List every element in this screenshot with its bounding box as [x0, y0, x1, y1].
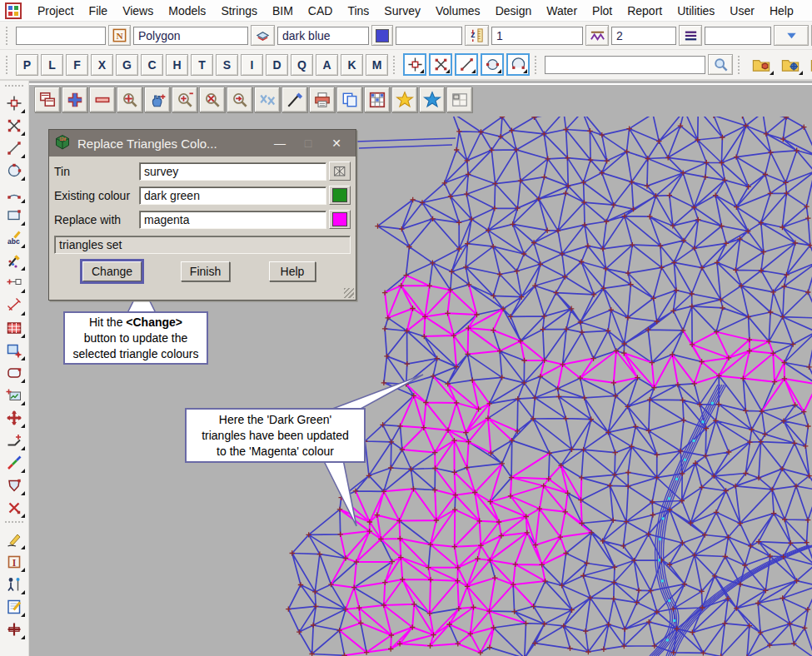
mode-button-q[interactable]: Q: [291, 54, 313, 76]
move-button[interactable]: [3, 407, 26, 429]
folder-model-button[interactable]: [748, 53, 775, 76]
mode-button-d[interactable]: D: [266, 54, 288, 76]
tin-input[interactable]: [139, 162, 326, 181]
change-button[interactable]: Change: [82, 261, 142, 281]
draw-rect-button[interactable]: [3, 205, 26, 226]
tin-select-button[interactable]: [329, 162, 351, 181]
snap-arc-button[interactable]: [506, 53, 530, 76]
weight-button[interactable]: [585, 25, 609, 46]
grid-button[interactable]: [364, 87, 390, 112]
zoom-in-button[interactable]: [62, 87, 87, 112]
redraw-brush-button[interactable]: [281, 87, 307, 112]
pan-button[interactable]: [144, 87, 170, 112]
snap-line-button[interactable]: [455, 53, 478, 76]
minimize-button[interactable]: —: [266, 132, 294, 154]
search-button[interactable]: [708, 54, 733, 75]
mode-button-s[interactable]: S: [216, 54, 238, 76]
menu-water[interactable]: Water: [539, 2, 585, 20]
label-button[interactable]: [3, 272, 26, 294]
menu-utilities[interactable]: Utilities: [670, 2, 722, 20]
survey-button[interactable]: [3, 574, 26, 595]
mode-button-i[interactable]: I: [241, 54, 263, 76]
finish-button[interactable]: Finish: [181, 261, 230, 281]
mode-button-f[interactable]: F: [66, 54, 88, 76]
snap-cross-button[interactable]: [429, 53, 452, 76]
plot-button[interactable]: [309, 87, 335, 112]
snap-circle-button[interactable]: [481, 53, 504, 76]
search-input[interactable]: [545, 56, 705, 74]
mode-button-m[interactable]: M: [366, 54, 388, 76]
folder-plus-button[interactable]: [806, 53, 812, 76]
menu-bim[interactable]: BIM: [265, 2, 301, 20]
close-button[interactable]: ✕: [322, 132, 351, 154]
mode-button-l[interactable]: L: [41, 54, 63, 76]
mode-button-t[interactable]: T: [191, 54, 213, 76]
menu-help[interactable]: Help: [762, 2, 801, 20]
string-colors-button[interactable]: [3, 452, 26, 474]
menu-survey[interactable]: Survey: [376, 2, 428, 20]
toggle-snap-button[interactable]: [254, 87, 280, 112]
menu-file[interactable]: File: [82, 2, 116, 20]
zoom-out-button[interactable]: [89, 87, 115, 112]
mode-button-a[interactable]: A: [316, 54, 338, 76]
mode-button-k[interactable]: K: [341, 54, 363, 76]
mode-button-x[interactable]: X: [91, 54, 113, 76]
colour-picker-button[interactable]: [329, 210, 351, 229]
colour-swatch-button[interactable]: [371, 25, 393, 46]
dropdown-button[interactable]: [774, 25, 809, 46]
linestyle-button[interactable]: [679, 25, 702, 46]
menu-views[interactable]: Views: [115, 2, 161, 20]
draw-circle-button[interactable]: [3, 160, 26, 181]
cad-text-input[interactable]: [16, 27, 106, 45]
mode-button-h[interactable]: H: [166, 54, 188, 76]
text-abc-button[interactable]: abc: [3, 227, 26, 249]
star-yellow-button[interactable]: [391, 87, 417, 112]
model-list-button[interactable]: [251, 25, 275, 46]
star-blue-button[interactable]: [419, 87, 445, 112]
menu-cad[interactable]: CAD: [301, 2, 341, 20]
height-button[interactable]: z: [465, 25, 489, 46]
menu-volumes[interactable]: Volumes: [428, 2, 488, 20]
menu-plot[interactable]: Plot: [585, 2, 620, 20]
zoom-extent-button[interactable]: [117, 87, 142, 112]
menu-tins[interactable]: Tins: [340, 2, 376, 20]
snap-point-button[interactable]: [403, 53, 426, 76]
folder-gear-button[interactable]: [777, 53, 804, 76]
linestyle-input[interactable]: [611, 27, 676, 45]
tinable-input[interactable]: [705, 27, 771, 45]
mode-button-c[interactable]: C: [141, 54, 163, 76]
paint-button[interactable]: [3, 250, 26, 271]
pencil-button[interactable]: [3, 529, 26, 550]
menu-report[interactable]: Report: [620, 2, 670, 20]
notes-button[interactable]: [3, 596, 26, 618]
mode-button-p[interactable]: P: [16, 54, 38, 76]
delete-x-button[interactable]: [3, 497, 26, 519]
snap-point-button[interactable]: [3, 92, 26, 114]
menu-models[interactable]: Models: [161, 2, 213, 20]
model-input[interactable]: [133, 27, 248, 45]
zoom-window-button[interactable]: [172, 87, 197, 112]
image-button[interactable]: [3, 385, 26, 406]
layout-button[interactable]: [446, 87, 472, 112]
menu-strings[interactable]: Strings: [213, 2, 265, 20]
window-star-button[interactable]: [3, 340, 26, 361]
name-toggle-button[interactable]: N: [108, 25, 131, 46]
interface-button[interactable]: I: [3, 551, 26, 573]
existing-colour-input[interactable]: [139, 186, 326, 205]
mode-button-g[interactable]: G: [116, 54, 138, 76]
zoom-all-button[interactable]: [199, 87, 225, 112]
menu-project[interactable]: Project: [30, 2, 82, 20]
resize-grip[interactable]: [344, 288, 354, 298]
weight-input[interactable]: [491, 27, 583, 45]
snap-cross-button[interactable]: [3, 115, 26, 137]
copy-view-button[interactable]: [336, 87, 362, 112]
zoom-prev-button[interactable]: [227, 87, 252, 112]
draw-line-button[interactable]: [3, 137, 26, 159]
fit-button[interactable]: [3, 619, 26, 640]
replace-with-input[interactable]: [139, 211, 326, 229]
shape-button[interactable]: [3, 362, 26, 384]
help-button[interactable]: Help: [269, 261, 316, 281]
colour-input[interactable]: [277, 27, 369, 45]
height-input[interactable]: [396, 27, 462, 45]
draw-arc-button[interactable]: [3, 182, 26, 204]
